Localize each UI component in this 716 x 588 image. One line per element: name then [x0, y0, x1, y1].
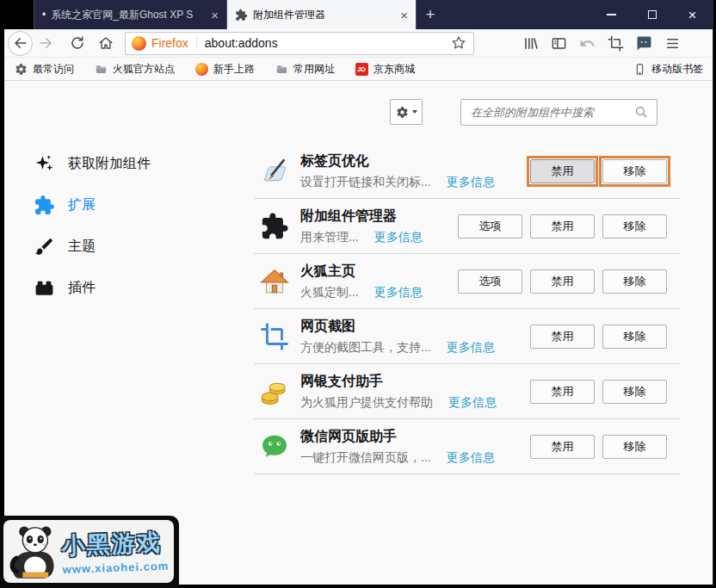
addon-action-button[interactable]: 禁用	[530, 435, 595, 459]
reload-icon	[70, 35, 85, 51]
bookmark-mobile[interactable]: 移动版书签	[633, 62, 703, 77]
menu-icon	[664, 35, 681, 52]
close-icon: ×	[688, 8, 697, 22]
addon-action-button[interactable]: 禁用	[530, 159, 595, 183]
bookmarks-items: 最常访问火狐官方站点新手上路常用网址JD京东商城	[14, 62, 435, 77]
new-tab-button[interactable]: +	[417, 0, 444, 29]
browser-window: • 系统之家官网_最新Ghost XP S × 附加组件管理器 × + ×	[4, 0, 713, 585]
gear-icon	[14, 62, 28, 76]
addon-name: 标签页优化	[300, 152, 495, 170]
back-button[interactable]	[8, 31, 33, 56]
more-info-link[interactable]: 更多信息	[448, 395, 497, 411]
brick-icon	[34, 277, 55, 299]
addon-action-button[interactable]: 移除	[602, 380, 667, 404]
library-icon	[522, 35, 539, 52]
gear-icon	[396, 106, 409, 119]
addon-action-button[interactable]: 移除	[602, 269, 667, 294]
addon-action-button[interactable]: 禁用	[530, 325, 595, 349]
sidebar-toggle-icon	[551, 35, 567, 52]
bookmark-item[interactable]: JD京东商城	[355, 62, 415, 77]
folder-icon	[275, 62, 288, 76]
sidebar-toggle-button[interactable]	[546, 31, 572, 56]
addon-row: 标签页优化设置打开链接和关闭标...更多信息禁用移除	[254, 144, 680, 199]
site-watermark: 小黑游戏 www.xiaohei.com	[0, 516, 179, 588]
more-info-link[interactable]: 更多信息	[374, 285, 423, 300]
navigation-toolbar: Firefox about:addons	[4, 29, 713, 58]
tab-close-icon[interactable]: ×	[400, 9, 408, 22]
sidebar-item[interactable]: 获取附加组件	[34, 143, 151, 184]
addon-description: 为火狐用户提供支付帮助	[300, 395, 433, 411]
maximize-button[interactable]	[632, 0, 672, 29]
search-input[interactable]	[460, 99, 657, 126]
identity-badge: Firefox	[132, 36, 197, 51]
addon-action-button[interactable]: 移除	[602, 159, 667, 183]
window-controls: ×	[591, 0, 713, 29]
addon-name: 网银支付助手	[300, 373, 497, 391]
addon-action-button[interactable]: 移除	[602, 214, 667, 238]
wechat-icon	[260, 432, 289, 461]
bookmark-item[interactable]: 常用网址	[275, 62, 335, 77]
bookmark-item[interactable]: 新手上路	[194, 62, 255, 77]
search-icon[interactable]	[633, 104, 650, 121]
sidebar-item[interactable]: 主题	[34, 226, 151, 267]
identity-label: Firefox	[151, 36, 188, 50]
tab-close-icon[interactable]: ×	[211, 9, 219, 22]
panda-icon	[9, 523, 59, 580]
bookmark-star-icon[interactable]	[450, 34, 467, 52]
home-button[interactable]	[93, 31, 118, 56]
highlight-ring: 移除	[599, 156, 670, 187]
more-info-link[interactable]: 更多信息	[447, 450, 495, 466]
tab-bullet-icon: •	[42, 9, 46, 21]
addon-action-button[interactable]: 禁用	[530, 380, 595, 404]
addon-row: 火狐主页火狐定制...更多信息选项禁用移除	[254, 254, 680, 309]
addon-row: 网银支付助手为火狐用户提供支付帮助更多信息禁用移除	[254, 364, 680, 419]
undo-icon	[579, 35, 596, 52]
addon-action-button[interactable]: 移除	[602, 325, 667, 349]
screenshot-crop-icon	[608, 35, 624, 52]
forward-icon	[38, 35, 53, 51]
screenshot-button[interactable]	[602, 31, 629, 56]
house-icon	[260, 267, 289, 296]
more-info-link[interactable]: 更多信息	[447, 340, 495, 356]
chat-icon	[636, 35, 652, 52]
jd-icon: JD	[355, 62, 368, 76]
highlight-ring: 禁用	[527, 156, 598, 187]
sidebar-item[interactable]: 插件	[34, 267, 151, 308]
reload-button[interactable]	[65, 31, 90, 56]
forward-button[interactable]	[33, 31, 58, 56]
minimize-button[interactable]	[591, 0, 632, 29]
crop-blue-icon	[260, 322, 289, 351]
tab-systemhome[interactable]: • 系统之家官网_最新Ghost XP S ×	[34, 0, 227, 29]
chat-button[interactable]	[631, 31, 657, 56]
watermark-url: www.xiaohei.com	[62, 560, 169, 576]
more-info-link[interactable]: 更多信息	[447, 175, 495, 190]
bookmark-item[interactable]: 最常访问	[14, 62, 74, 77]
plus-icon: +	[425, 5, 435, 24]
library-button[interactable]	[517, 31, 544, 56]
bookmarks-toolbar: 最常访问火狐官方站点新手上路常用网址JD京东商城 移动版书签	[4, 58, 713, 81]
addon-action-button[interactable]: 选项	[458, 214, 522, 238]
addon-action-button[interactable]: 选项	[458, 269, 522, 294]
addon-action-button[interactable]: 禁用	[530, 214, 595, 238]
undo-button[interactable]	[574, 31, 601, 56]
url-bar[interactable]: Firefox about:addons	[125, 32, 474, 55]
tools-for-addons-button[interactable]	[390, 99, 423, 125]
url-text[interactable]: about:addons	[205, 36, 450, 50]
addon-name: 火狐主页	[300, 263, 423, 281]
brush-icon	[34, 236, 55, 257]
sidebar-item[interactable]: 扩展	[34, 184, 151, 226]
bookmark-item[interactable]: 火狐官方站点	[94, 62, 175, 77]
addon-action-button[interactable]: 禁用	[530, 269, 595, 294]
addons-sidebar: 获取附加组件扩展主题插件	[34, 143, 151, 308]
addon-action-button[interactable]: 移除	[602, 435, 667, 459]
close-button[interactable]: ×	[672, 0, 713, 29]
addon-description: 方便的截图工具，支持...	[300, 340, 431, 356]
tab-addons-manager[interactable]: 附加组件管理器 ×	[227, 0, 417, 29]
more-info-link[interactable]: 更多信息	[374, 230, 423, 245]
menu-button[interactable]	[659, 31, 686, 56]
maximize-icon	[648, 10, 657, 19]
addon-row: 附加组件管理器用来管理...更多信息选项禁用移除	[254, 199, 680, 254]
home-icon	[98, 35, 114, 51]
tab-title: 附加组件管理器	[253, 8, 395, 22]
puzzle-icon	[34, 195, 55, 216]
